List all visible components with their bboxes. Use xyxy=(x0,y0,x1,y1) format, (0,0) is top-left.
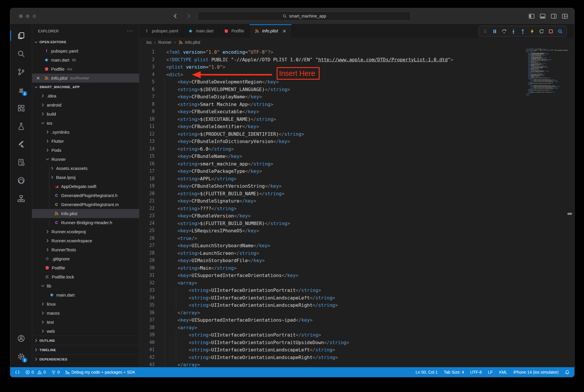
hot-reload-icon[interactable] xyxy=(528,27,536,35)
tree-item-main-dart[interactable]: main.dart xyxy=(32,290,139,299)
pause-icon[interactable] xyxy=(491,27,498,35)
breadcrumb-item-ios[interactable]: ios xyxy=(146,40,152,45)
code-line[interactable]: 36</array> xyxy=(139,309,574,317)
ports-indicator[interactable]: 0 xyxy=(51,370,60,375)
toggle-secondary-sidebar-icon[interactable] xyxy=(551,13,557,19)
zoom-window-icon[interactable] xyxy=(32,14,36,18)
activity-settings[interactable]: 1 xyxy=(10,347,32,365)
tree-item-lib[interactable]: lib xyxy=(32,281,139,290)
open-editor-pubspec-yaml[interactable]: !pubspec.yaml xyxy=(32,46,139,55)
code-line[interactable]: 8<string>Smart Machine App</string> xyxy=(139,101,574,108)
code-line[interactable]: 42<string>UIInterfaceOrientationLandscap… xyxy=(139,354,574,361)
code-editor[interactable]: 1<?xml version="1.0" encoding="UTF-8"?>2… xyxy=(139,47,574,367)
code-line[interactable]: 10<string>$(EXECUTABLE_NAME)</string> xyxy=(139,116,574,123)
tree-item-android[interactable]: android xyxy=(32,100,139,109)
tree-item-test[interactable]: test xyxy=(32,318,139,327)
code-line[interactable]: 33<string>UIInterfaceOrientationPortrait… xyxy=(139,287,574,294)
tree-item-runner-bridging-header-h[interactable]: CRunner-Bridging-Header.h xyxy=(32,218,139,227)
tree-item-runner-xcworkspace[interactable]: Runner.xcworkspace xyxy=(32,236,139,245)
tree-item-runner-xcodeproj[interactable]: Runner.xcodeproj xyxy=(32,227,139,236)
tree-item-linux[interactable]: linux xyxy=(32,299,139,309)
code-line[interactable]: 5<key>CFBundleDevelopmentRegion</key> xyxy=(139,78,574,86)
close-window-icon[interactable] xyxy=(19,14,23,18)
tree-item-generatedpluginregistrant-h[interactable]: CGeneratedPluginRegistrant.h xyxy=(32,191,139,200)
minimize-window-icon[interactable] xyxy=(26,14,30,18)
forward-icon[interactable] xyxy=(186,13,191,19)
tree-item-gitignore[interactable]: .gitignore xyxy=(32,254,139,263)
code-line[interactable]: 23<key>CFBundleVersion</key> xyxy=(139,212,574,220)
activity-source-control[interactable] xyxy=(10,63,32,81)
tree-item-runnertests[interactable]: RunnerTests xyxy=(32,245,139,254)
code-line[interactable]: 13<key>CFBundleInfoDictionaryVersion</ke… xyxy=(139,138,574,145)
more-actions-icon[interactable]: ··· xyxy=(127,28,133,34)
open-editor-podfile[interactable]: Podfileios xyxy=(32,65,139,74)
tree-item-symlinks[interactable]: .symlinks xyxy=(32,128,139,137)
open-editor-main-dart[interactable]: main.dartlib xyxy=(32,55,139,65)
code-line[interactable]: 2<!DOCTYPE plist PUBLIC "-//Apple//DTD P… xyxy=(139,56,574,64)
breadcrumb-item-runner[interactable]: Runner xyxy=(158,40,172,45)
tree-item-build[interactable]: build xyxy=(32,109,139,119)
code-line[interactable]: 16<string>smart_machine_app</string> xyxy=(139,160,574,168)
code-line[interactable]: 43</array> xyxy=(139,361,574,367)
code-line[interactable]: 31<key>UISupportedInterfaceOrientations<… xyxy=(139,272,574,279)
remote-indicator-icon[interactable] xyxy=(15,370,20,375)
code-line[interactable]: 4<dict> xyxy=(139,71,574,79)
code-line[interactable]: 27<key>UILaunchStoryboardName</key> xyxy=(139,242,574,250)
code-line[interactable]: 9<key>CFBundleExecutable</key> xyxy=(139,108,574,116)
customize-layout-icon[interactable] xyxy=(562,13,568,19)
code-line[interactable]: 19<key>CFBundleShortVersionString</key> xyxy=(139,182,574,190)
tree-item-pods[interactable]: Pods xyxy=(32,146,139,155)
inspector-icon[interactable] xyxy=(556,27,564,35)
code-line[interactable]: 3<plist version="1.0"> xyxy=(139,63,574,71)
code-line[interactable]: 28<string>LaunchScreen</string> xyxy=(139,250,574,257)
problems-indicator[interactable]: 0 0 xyxy=(25,370,46,375)
code-line[interactable]: 41<string>UIInterfaceOrientationLandscap… xyxy=(139,346,574,354)
code-line[interactable]: 17<key>CFBundlePackageType</key> xyxy=(139,168,574,175)
debug-status[interactable]: Debug my code + packages + SDK xyxy=(65,370,135,375)
bell-icon[interactable] xyxy=(565,370,570,375)
tree-item-podfile-lock[interactable]: Podfile.lock xyxy=(32,272,139,281)
section-dependencies[interactable]: DEPENDENCIES xyxy=(32,354,139,364)
step-over-icon[interactable] xyxy=(500,27,508,35)
tree-item-flutter[interactable]: Flutter xyxy=(32,137,139,146)
code-line[interactable]: 22<string>????</string> xyxy=(139,205,574,212)
open-editor-info-plist[interactable]: Info.plistios/Runner xyxy=(32,74,139,83)
code-line[interactable]: 1<?xml version="1.0" encoding="UTF-8"?> xyxy=(139,48,574,56)
tree-item-podfile[interactable]: Podfile xyxy=(32,263,139,272)
breadcrumb-item-info-plist[interactable]: Info.plist xyxy=(178,40,200,45)
code-line[interactable]: 32<array> xyxy=(139,279,574,287)
tree-item-assets-xcassets[interactable]: Assets.xcassets xyxy=(32,164,139,173)
tab-podfile[interactable]: Podfile xyxy=(219,24,249,38)
project-root-header[interactable]: SMART_MACHINE_APP xyxy=(32,83,139,91)
activity-flutter[interactable] xyxy=(10,135,32,153)
tree-item-idea[interactable]: .idea xyxy=(32,91,139,100)
code-line[interactable]: 29<key>UIMainStoryboardFile</key> xyxy=(139,257,574,264)
activity-explorer[interactable] xyxy=(10,27,32,45)
status-xml[interactable]: XML xyxy=(499,370,507,374)
activity-hierarchy[interactable] xyxy=(10,189,32,208)
activity-account[interactable] xyxy=(10,329,32,347)
status-tab-size-4[interactable]: Tab Size: 4 xyxy=(444,370,464,374)
activity-testing[interactable] xyxy=(10,117,32,135)
code-line[interactable]: 38<array> xyxy=(139,324,574,332)
tab-pubspec-yaml[interactable]: !pubspec.yaml xyxy=(139,24,183,38)
tree-item-info-plist[interactable]: Info.plist xyxy=(32,209,139,218)
code-line[interactable]: 11<key>CFBundleIdentifier</key> xyxy=(139,123,574,130)
close-icon[interactable] xyxy=(282,29,287,33)
code-line[interactable]: 39<string>UIInterfaceOrientationPortrait… xyxy=(139,331,574,339)
code-line[interactable]: 35<string>UIInterfaceOrientationLandscap… xyxy=(139,302,574,309)
code-line[interactable]: 21<key>CFBundleSignature</key> xyxy=(139,197,574,205)
tree-item-ios[interactable]: ios xyxy=(32,119,139,128)
code-line[interactable]: 37<key>UISupportedInterfaceOrientations~… xyxy=(139,316,574,324)
open-editors-header[interactable]: OPEN EDITORS xyxy=(32,38,139,46)
back-icon[interactable] xyxy=(173,13,179,19)
code-line[interactable]: 24<string>$(FLUTTER_BUILD_NUMBER)</strin… xyxy=(139,220,574,227)
section-timeline[interactable]: TIMELINE xyxy=(32,345,139,354)
stop-icon[interactable] xyxy=(547,27,554,35)
code-line[interactable]: 40<string>UIInterfaceOrientationPortrait… xyxy=(139,339,574,346)
tree-item-web[interactable]: web xyxy=(32,327,139,336)
command-center-search[interactable]: smart_machine_app xyxy=(198,11,411,21)
close-icon[interactable] xyxy=(36,76,40,80)
step-out-icon[interactable] xyxy=(519,27,526,35)
tree-item-runner[interactable]: Runner xyxy=(32,155,139,164)
